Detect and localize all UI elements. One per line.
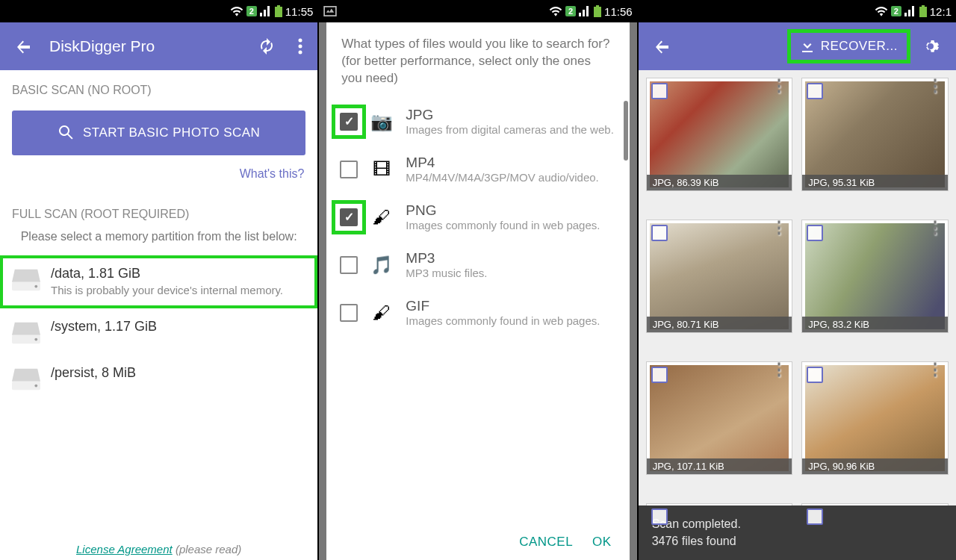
screen-basic-scan: 2 11:55 DiskDigger Pro BASIC SCAN (NO RO… <box>0 0 317 560</box>
signal-icon <box>579 6 591 16</box>
svg-point-0 <box>299 39 302 43</box>
overflow-menu-button[interactable] <box>292 34 308 59</box>
thumbnail-checkbox[interactable] <box>651 508 668 525</box>
cancel-button[interactable]: CANCEL <box>519 535 573 550</box>
battery-icon <box>275 5 282 17</box>
thumbnail-caption: JPG, 80.71 KiB <box>647 317 792 332</box>
status-bar: 2 11:56 <box>319 0 636 22</box>
full-scan-section-label: FULL SCAN (ROOT REQUIRED) <box>0 194 317 228</box>
settings-button[interactable] <box>917 33 947 60</box>
result-thumbnail[interactable]: ⋮JPG, 83.2 KiB <box>801 220 949 333</box>
thumbnail-checkbox[interactable] <box>807 83 823 99</box>
scrollbar[interactable] <box>624 101 628 161</box>
partition-item[interactable]: /persist, 8 MiB <box>0 355 317 401</box>
thumbnail-checkbox[interactable] <box>807 367 823 383</box>
file-type-row[interactable]: 🖌PNGImages commonly found in web pages. <box>326 193 629 241</box>
thumbnail-checkbox[interactable] <box>807 508 823 525</box>
thumbnail-checkbox[interactable] <box>651 367 668 383</box>
file-type-checkbox[interactable] <box>340 161 358 178</box>
basic-scan-section-label: BASIC SCAN (NO ROOT) <box>0 70 317 105</box>
full-scan-description: Please select a memory partition from th… <box>0 228 317 255</box>
thumbnail-menu-button[interactable]: ⋮ <box>927 83 943 89</box>
status-bar: 2 11:55 <box>0 0 317 22</box>
clock: 11:55 <box>285 5 314 18</box>
svg-point-8 <box>34 385 37 388</box>
file-type-icon: 📷 <box>368 108 395 135</box>
partition-item[interactable]: /data, 1.81 GiBThis is probably your dev… <box>0 255 317 308</box>
file-type-desc: MP3 music files. <box>406 267 487 280</box>
start-basic-scan-label: START BASIC PHOTO SCAN <box>83 125 260 140</box>
result-thumbnail[interactable]: ⋮JPG, 80.71 KiB <box>646 220 793 333</box>
sim-indicator: 2 <box>891 6 901 16</box>
file-type-title: MP4 <box>406 155 598 171</box>
sim-indicator: 2 <box>565 6 576 16</box>
file-type-checkbox[interactable] <box>340 113 358 131</box>
screenshot-icon <box>323 6 337 16</box>
search-icon <box>58 124 75 142</box>
app-bar: DiskDigger Pro <box>0 22 317 70</box>
file-type-checkbox[interactable] <box>340 256 358 274</box>
signal-icon <box>904 6 916 16</box>
svg-point-1 <box>299 45 302 49</box>
whats-this-link[interactable]: What's this? <box>0 161 317 194</box>
file-type-title: MP3 <box>406 250 487 267</box>
file-type-row[interactable]: 🎞MP4MP4/M4V/M4A/3GP/MOV audio/video. <box>326 146 629 193</box>
app-title: DiskDigger Pro <box>49 37 241 55</box>
file-type-row[interactable]: 🖌GIFImages commonly found in web pages. <box>326 289 629 337</box>
result-thumbnail[interactable]: ⋮JPG, 86.39 KiB <box>646 78 793 191</box>
back-button[interactable] <box>9 33 39 60</box>
partition-name: /data, 1.81 GiB <box>51 266 283 281</box>
refresh-button[interactable] <box>252 33 282 60</box>
result-thumbnail[interactable]: ⋮JPG, 107.11 KiB <box>646 361 793 475</box>
thumbnail-menu-button[interactable]: ⋮ <box>927 367 943 373</box>
wifi-icon <box>549 6 562 16</box>
result-thumbnail[interactable]: ⋮JPG, 90.96 KiB <box>801 361 949 475</box>
file-type-icon: 🎞 <box>368 156 395 183</box>
thumbnail-caption: JPG, 107.11 KiB <box>647 458 792 474</box>
thumbnail-menu-button[interactable]: ⋮ <box>927 225 943 231</box>
thumbnail-menu-button[interactable]: ⋮ <box>771 367 787 373</box>
recover-button[interactable]: RECOVER... <box>791 33 907 60</box>
license-link[interactable]: License Agreement <box>76 543 173 556</box>
thumbnail-checkbox[interactable] <box>651 83 668 99</box>
screen-results: 2 12:1 RECOVER... ⋮JPG, 86.39 KiB⋮JPG, 9… <box>639 0 956 560</box>
ok-button[interactable]: OK <box>592 535 612 550</box>
signal-icon <box>260 6 272 16</box>
clock: 12:1 <box>930 5 952 18</box>
status-bar: 2 12:1 <box>639 0 956 22</box>
partition-item[interactable]: /system, 1.17 GiB <box>0 308 317 355</box>
file-type-checkbox[interactable] <box>340 208 358 226</box>
dialog-question: What types of files would you like to se… <box>326 36 629 98</box>
thumbnail-checkbox[interactable] <box>807 225 823 241</box>
license-footer: License Agreement (please read) <box>0 543 317 556</box>
file-type-desc: MP4/M4V/M4A/3GP/MOV audio/video. <box>406 171 598 184</box>
results-grid[interactable]: ⋮JPG, 86.39 KiB⋮JPG, 95.31 KiB⋮JPG, 80.7… <box>639 70 956 560</box>
thumbnail-caption: JPG, 86.39 KiB <box>647 175 792 190</box>
partition-name: /persist, 8 MiB <box>51 365 136 381</box>
app-bar: RECOVER... <box>639 22 956 70</box>
file-type-row[interactable]: 📷JPGImages from digital cameras and the … <box>326 98 629 146</box>
start-basic-scan-button[interactable]: START BASIC PHOTO SCAN <box>12 111 305 155</box>
file-type-title: GIF <box>406 298 600 314</box>
wifi-icon <box>230 6 243 16</box>
back-button[interactable] <box>648 33 677 60</box>
thumbnail-checkbox[interactable] <box>651 225 668 241</box>
file-type-desc: Images commonly found in web pages. <box>406 314 600 328</box>
thumbnail-menu-button[interactable]: ⋮ <box>771 225 787 231</box>
battery-icon <box>594 5 601 17</box>
file-type-row[interactable]: 🎵MP3MP3 music files. <box>326 241 629 289</box>
sim-indicator: 2 <box>246 6 257 16</box>
thumbnail-caption: JPG, 90.96 KiB <box>802 458 948 474</box>
file-type-dialog: What types of files would you like to se… <box>326 22 629 560</box>
license-tail: (please read) <box>173 543 242 556</box>
file-type-desc: Images from digital cameras and the web. <box>406 123 613 137</box>
file-type-icon: 🖌 <box>368 299 395 326</box>
file-type-desc: Images commonly found in web pages. <box>406 219 600 232</box>
file-type-icon: 🖌 <box>368 204 395 231</box>
thumbnail-menu-button[interactable]: ⋮ <box>771 83 787 89</box>
result-thumbnail[interactable]: ⋮JPG, 95.31 KiB <box>801 78 949 191</box>
file-type-checkbox[interactable] <box>340 304 358 322</box>
file-type-title: PNG <box>406 202 600 219</box>
screen-file-types: 2 11:56 License Agreement (please read) … <box>319 0 636 560</box>
download-icon <box>800 39 815 54</box>
